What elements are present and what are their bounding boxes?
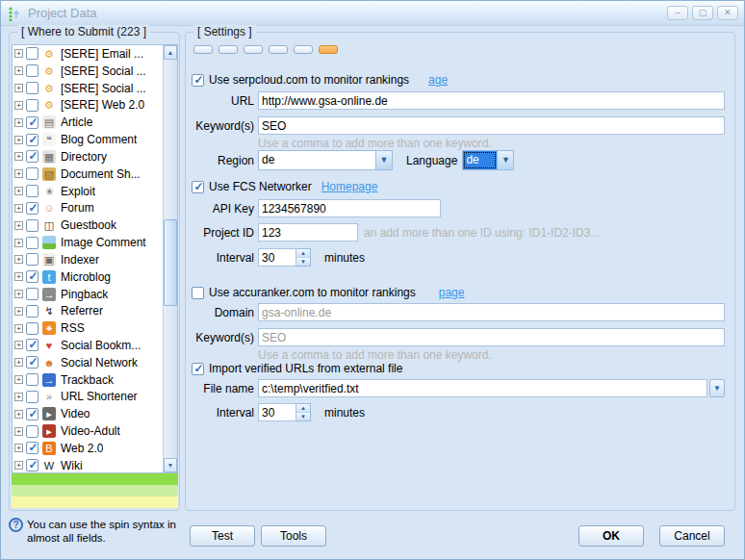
tree-item-checkbox[interactable]: ✓ (26, 339, 39, 351)
tree-scrollbar[interactable]: ▲ ▼ (163, 45, 177, 472)
tree-item[interactable]: + ✓ ☺ Forum (13, 199, 163, 216)
tree-item-checkbox[interactable] (26, 167, 39, 180)
tree-item-checkbox[interactable]: ✓ (26, 442, 39, 454)
tree-item-checkbox[interactable] (26, 305, 39, 318)
tree-item-checkbox[interactable] (26, 64, 39, 77)
expand-icon[interactable]: + (14, 375, 23, 384)
expand-icon[interactable]: + (14, 169, 23, 178)
expand-icon[interactable]: + (14, 84, 23, 92)
expand-icon[interactable]: + (14, 290, 23, 298)
expand-icon[interactable]: + (14, 221, 23, 230)
tree-item[interactable]: + ✓ ▤ Article (13, 114, 163, 131)
scroll-up-icon[interactable]: ▲ (164, 45, 177, 60)
fcs-interval-stepper[interactable]: ▲ ▼ (258, 248, 311, 267)
region-select[interactable]: de ▼ (258, 150, 393, 170)
import-checkbox[interactable]: ✓ (192, 363, 204, 375)
settings-tab[interactable] (319, 45, 338, 54)
settings-tab[interactable] (218, 45, 238, 54)
tree-item-checkbox[interactable] (26, 425, 39, 438)
url-input[interactable] (258, 91, 725, 110)
tree-item-checkbox[interactable]: ✓ (26, 408, 39, 420)
expand-icon[interactable]: + (14, 324, 23, 333)
expand-icon[interactable]: + (14, 187, 23, 195)
spin-down-icon[interactable]: ▼ (296, 258, 310, 266)
tree-item-checkbox[interactable] (26, 99, 39, 112)
fcs-homepage-link[interactable]: Homepage (321, 180, 378, 193)
tree-item[interactable]: + → Pingback (13, 286, 163, 303)
tree-item[interactable]: + » URL Shortener (13, 389, 163, 406)
spin-up-icon[interactable]: ▲ (296, 249, 310, 258)
spin-down-icon[interactable]: ▼ (296, 413, 310, 420)
tree-item-checkbox[interactable] (26, 322, 39, 335)
test-button[interactable]: Test (190, 525, 255, 547)
expand-icon[interactable]: + (14, 358, 23, 367)
tree-item[interactable]: + ⚙ [SERE] Email ... (13, 45, 163, 63)
scrollbar-thumb[interactable] (164, 219, 177, 306)
tree-item[interactable]: + → Trackback (13, 371, 163, 389)
fcs-checkbox[interactable]: ✓ (192, 181, 204, 193)
minimize-button[interactable]: – (667, 6, 688, 20)
tree-item[interactable]: + ⚙ [SERE] Social ... (13, 63, 163, 80)
tree-item-checkbox[interactable]: ✓ (26, 134, 39, 146)
tree-item[interactable]: + ✓ ▸ Video (13, 405, 163, 422)
tree-item[interactable]: + ⚙ [SERE] Web 2.0 (13, 96, 163, 114)
expand-icon[interactable]: + (14, 49, 23, 58)
tree-item[interactable]: + ⁕ RSS (13, 319, 163, 337)
file-drop-icon[interactable]: ▼ (709, 379, 725, 397)
tree-item[interactable]: + ◫ Guestbook (13, 216, 163, 234)
tree-item-checkbox[interactable] (26, 219, 39, 232)
tree-item[interactable]: + ✓ ❝ Blog Comment (13, 131, 163, 148)
expand-icon[interactable]: + (14, 66, 23, 75)
expand-icon[interactable]: + (14, 307, 23, 316)
serpcloud-page-link[interactable]: age (428, 73, 448, 87)
tree-item[interactable]: + ✓ ♥ Social Bookm... (13, 337, 163, 354)
keywords-input[interactable] (258, 116, 725, 135)
tree-item-checkbox[interactable] (26, 237, 39, 249)
domain-input[interactable] (258, 303, 725, 321)
tree-item[interactable]: + ✓ ☻ Social Network (13, 354, 163, 371)
maximize-button[interactable]: ▢ (692, 6, 713, 20)
expand-icon[interactable]: + (14, 255, 23, 264)
accuranker-page-link[interactable]: page (439, 286, 465, 299)
expand-icon[interactable]: + (14, 444, 23, 452)
tree-item[interactable]: + ↯ Referrer (13, 302, 163, 319)
settings-tab[interactable] (269, 45, 288, 54)
tree-item-checkbox[interactable] (26, 82, 39, 94)
chevron-down-icon[interactable]: ▼ (375, 151, 392, 169)
accuranker-checkbox[interactable] (192, 287, 204, 299)
tree-item-checkbox[interactable]: ✓ (26, 356, 39, 369)
tree-item-checkbox[interactable] (26, 47, 39, 60)
expand-icon[interactable]: + (14, 118, 23, 127)
expand-icon[interactable]: + (14, 393, 23, 401)
tree-item[interactable]: + ▧ Document Sh... (13, 165, 163, 183)
tree-item[interactable]: + ⚙ [SERE] Social ... (13, 80, 163, 97)
settings-tab[interactable] (193, 45, 213, 54)
expand-icon[interactable]: + (14, 461, 23, 470)
tree-item-checkbox[interactable]: ✓ (26, 459, 39, 471)
tree-item-checkbox[interactable]: ✓ (26, 270, 39, 283)
tree-item[interactable]: + ✓ t Microblog (13, 268, 163, 286)
file-name-input[interactable] (258, 379, 707, 397)
tools-button[interactable]: Tools (261, 525, 326, 547)
expand-icon[interactable]: + (14, 101, 23, 110)
spin-up-icon[interactable]: ▲ (296, 404, 310, 413)
settings-tab[interactable] (244, 45, 263, 54)
tree-item[interactable]: + ▣ Indexer (13, 251, 163, 268)
import-interval-stepper[interactable]: ▲ ▼ (258, 403, 311, 421)
tree-item-checkbox[interactable] (26, 185, 39, 197)
keywords2-input[interactable] (258, 328, 725, 346)
tree-item-checkbox[interactable] (26, 373, 39, 386)
tree-item-checkbox[interactable]: ✓ (26, 150, 39, 163)
language-select[interactable]: de ▼ (462, 150, 514, 170)
ok-button[interactable]: OK (578, 525, 644, 547)
expand-icon[interactable]: + (14, 341, 23, 349)
expand-icon[interactable]: + (14, 136, 23, 144)
tree-item[interactable]: + Image Comment (13, 234, 163, 251)
tree-item-checkbox[interactable] (26, 288, 39, 300)
tree-item[interactable]: + ✓ B Web 2.0 (13, 440, 163, 457)
tree-item-checkbox[interactable]: ✓ (26, 202, 39, 215)
project-id-input[interactable] (258, 223, 358, 242)
settings-tab[interactable] (294, 45, 313, 54)
tree-item[interactable]: + ✓ W Wiki (13, 457, 163, 472)
tree-item-checkbox[interactable] (26, 253, 39, 266)
